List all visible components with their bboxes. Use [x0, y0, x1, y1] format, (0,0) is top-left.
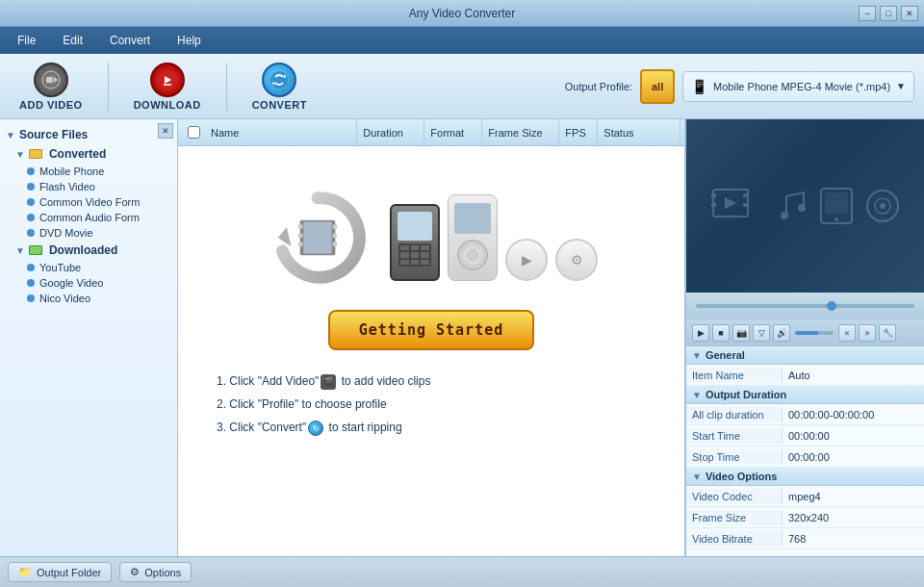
all-clip-duration-row: All clip duration 00:00:00-00:00:00: [686, 404, 924, 425]
sidebar: ✕ ▼ Source Files ▼ Converted Mobile Phon…: [0, 119, 178, 556]
flash-video-label: Flash Video: [39, 181, 95, 192]
sidebar-item-flash-video[interactable]: Flash Video: [0, 179, 177, 194]
instruction-1: 1. Click "Add Video"🎬 to add video clips: [217, 370, 646, 393]
rewind-button[interactable]: «: [838, 324, 856, 342]
playback-buttons-row: ▶ ■ 📷 ▽ 🔊 « » 🔧: [686, 319, 924, 346]
download-button[interactable]: Download: [124, 59, 211, 115]
fast-forward-button[interactable]: »: [859, 324, 876, 342]
minimize-button[interactable]: −: [859, 6, 876, 21]
dot-icon: [27, 264, 35, 271]
menu-convert[interactable]: Convert: [96, 30, 164, 51]
profile-all-button[interactable]: all: [640, 69, 675, 104]
settings-button[interactable]: ▽: [753, 324, 770, 342]
start-time-value: 00:00:00: [783, 428, 924, 444]
gear-icon: ⚙: [130, 566, 140, 578]
svg-rect-14: [333, 224, 338, 229]
svg-rect-19: [711, 193, 716, 197]
output-folder-button[interactable]: 📁 Output Folder: [8, 562, 112, 582]
header-fps: FPS: [559, 119, 598, 145]
all-clip-value: 00:00:00-00:00:00: [783, 407, 924, 422]
snapshot-button[interactable]: 📷: [732, 324, 750, 342]
options-button[interactable]: ⚙ Options: [119, 562, 192, 582]
add-video-label: Add Video: [19, 99, 83, 111]
instruction-2: 2. Click "Profile" to choose profile: [217, 393, 646, 416]
sidebar-source-files-header[interactable]: ▼ Source Files: [0, 125, 177, 144]
video-preview: [686, 119, 924, 293]
profile-dropdown[interactable]: 📱 Mobile Phone MPEG-4 Movie (*.mp4) ▼: [682, 71, 914, 102]
play-button[interactable]: ▶: [692, 324, 709, 342]
svg-rect-17: [303, 222, 331, 254]
svg-rect-28: [825, 192, 848, 214]
film-icon: [711, 182, 769, 230]
sidebar-item-google-video[interactable]: Google Video: [0, 275, 177, 291]
video-codec-label: Video Codec: [686, 489, 783, 504]
instructions-area: 1. Click "Add Video"🎬 to add video clips…: [197, 370, 665, 439]
ipod-screen: [454, 203, 491, 234]
sidebar-item-youtube[interactable]: YouTube: [0, 260, 177, 275]
download-icon: [150, 63, 185, 97]
sidebar-item-common-video-form[interactable]: Common Video Form: [0, 194, 177, 210]
svg-rect-16: [333, 242, 338, 247]
preview-progress-slider[interactable]: [696, 304, 914, 308]
expand-icon: ▼: [6, 130, 15, 140]
wrench-button[interactable]: 🔧: [879, 324, 896, 342]
volume-slider[interactable]: [795, 331, 834, 335]
main-area: ✕ ▼ Source Files ▼ Converted Mobile Phon…: [0, 119, 924, 556]
dot-icon: [27, 198, 35, 206]
downloaded-label: Downloaded: [49, 243, 117, 257]
start-time-label: Start Time: [686, 428, 783, 444]
menu-edit[interactable]: Edit: [49, 30, 96, 51]
phone-device: [390, 204, 440, 281]
stop-time-row: Stop Time 00:00:00: [686, 447, 924, 468]
getting-started-button[interactable]: Getting Started: [328, 310, 534, 350]
sidebar-close-button[interactable]: ✕: [158, 123, 173, 139]
convert-button[interactable]: Convert: [243, 59, 317, 115]
stop-button[interactable]: ■: [712, 324, 730, 342]
svg-point-31: [880, 203, 886, 209]
window-controls[interactable]: − □ ✕: [859, 6, 918, 21]
circular-arrow-svg: [265, 185, 371, 291]
file-area: Name Duration Format Frame Size FPS Stat…: [178, 119, 685, 556]
sidebar-converted-header[interactable]: ▼ Converted: [0, 144, 177, 164]
instruction-3: 3. Click "Convert"↻ to start ripping: [217, 416, 646, 439]
close-button[interactable]: ✕: [901, 6, 918, 21]
device-illustrations: ▶ ⚙: [390, 194, 598, 281]
cd-icon: [865, 189, 900, 223]
video-options-section-header[interactable]: ▼ Video Options: [686, 468, 924, 486]
folder-downloaded-icon: [29, 245, 42, 255]
header-status: Status: [598, 119, 680, 145]
svg-rect-11: [298, 224, 303, 229]
output-duration-section-header[interactable]: ▼ Output Duration: [686, 386, 924, 404]
status-bar: 📁 Output Folder ⚙ Options: [0, 556, 924, 587]
sidebar-downloaded-header[interactable]: ▼ Downloaded: [0, 241, 177, 260]
video-options-collapse-icon: ▼: [692, 472, 702, 482]
general-section-header[interactable]: ▼ General: [686, 346, 924, 365]
maximize-button[interactable]: □: [880, 6, 897, 21]
sidebar-item-nico-video[interactable]: Nico Video: [0, 291, 177, 306]
preview-placeholder: [711, 182, 900, 230]
sidebar-item-mobile-phone[interactable]: Mobile Phone: [0, 164, 177, 179]
svg-rect-20: [711, 203, 716, 207]
svg-point-24: [781, 212, 788, 219]
svg-point-27: [834, 217, 838, 221]
sidebar-item-dvd-movie[interactable]: DVD Movie: [0, 225, 177, 241]
volume-button[interactable]: 🔊: [773, 324, 790, 342]
common-audio-form-label: Common Audio Form: [39, 212, 140, 223]
menu-file[interactable]: File: [4, 30, 49, 51]
menu-help[interactable]: Help: [164, 30, 215, 51]
dot-icon: [27, 294, 35, 302]
ipod-device: [448, 194, 498, 281]
header-checkbox-col: [182, 126, 205, 139]
select-all-checkbox[interactable]: [188, 126, 200, 139]
ipod-wheel: [457, 240, 488, 270]
camera-icon: 🎬: [321, 374, 336, 390]
add-video-icon: [34, 63, 68, 97]
music-note-icon: [779, 189, 808, 223]
header-format: Format: [424, 119, 482, 145]
gear-button-illustration: ⚙: [555, 239, 598, 281]
general-section-label: General: [706, 349, 745, 361]
converted-label: Converted: [49, 147, 106, 161]
add-video-button[interactable]: Add Video: [10, 59, 92, 115]
sidebar-item-common-audio-form[interactable]: Common Audio Form: [0, 210, 177, 225]
mobile-phone-label: Mobile Phone: [39, 166, 104, 177]
